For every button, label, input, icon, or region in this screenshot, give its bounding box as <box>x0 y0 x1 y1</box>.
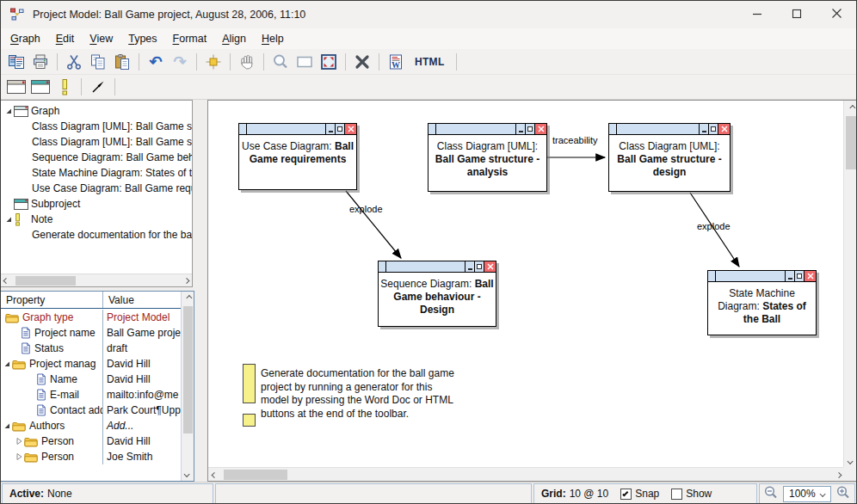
property-row[interactable]: Graph typeProject Model <box>1 310 181 325</box>
redo-button[interactable]: ↷ <box>168 51 192 73</box>
node-close-icon[interactable] <box>534 124 546 134</box>
property-row[interactable]: Project managDavid Hill <box>1 356 181 372</box>
scroll-down-icon[interactable] <box>844 454 857 468</box>
tree-item[interactable]: Graph <box>1 103 192 119</box>
node-minimize-icon[interactable] <box>325 124 335 134</box>
expander-icon[interactable] <box>2 360 12 368</box>
node-minimize-icon[interactable] <box>699 124 708 134</box>
property-row[interactable]: PersonDavid Hill <box>1 433 181 449</box>
scroll-right-icon[interactable] <box>830 468 844 482</box>
cut-button[interactable] <box>62 51 86 73</box>
menu-align[interactable]: Align <box>214 30 254 47</box>
scroll-left-icon[interactable] <box>208 468 222 482</box>
property-row[interactable]: PersonJoe Smith <box>1 449 181 464</box>
edge-line[interactable] <box>346 191 401 258</box>
grid-snap-button[interactable] <box>201 51 225 73</box>
property-row[interactable]: NameDavid Hill <box>1 372 181 387</box>
subproject-object-button[interactable] <box>28 76 52 98</box>
node-close-icon[interactable] <box>718 124 730 134</box>
zoom-dropdown-button[interactable] <box>817 487 830 501</box>
delete-button[interactable] <box>350 51 374 73</box>
canvas-vertical-scrollbar[interactable] <box>843 101 857 468</box>
diagram-node-class-analysis[interactable]: Class Diagram [UML]: Ball Game structure… <box>428 123 547 192</box>
node-close-icon[interactable] <box>344 124 356 134</box>
diagram-node-use-case[interactable]: Use Case Diagram: Ball Game requirements <box>238 123 357 190</box>
relationship-arrow-button[interactable] <box>86 76 110 98</box>
zoom-button[interactable] <box>268 51 293 73</box>
expander-icon[interactable] <box>2 421 12 430</box>
property-row[interactable]: Project nameBall Game proje <box>1 325 181 341</box>
titlebar[interactable]: Project Model: Ball Game project, August… <box>1 1 856 28</box>
diagram-node-class-design[interactable]: Class Diagram [UML]: Ball Game structure… <box>608 123 731 192</box>
zoom-in-button[interactable] <box>835 485 851 503</box>
expander-icon[interactable] <box>3 215 14 224</box>
paste-button[interactable] <box>110 51 134 73</box>
report-button[interactable] <box>4 51 28 73</box>
node-minimize-icon[interactable] <box>515 124 525 134</box>
value-column-header[interactable]: Value <box>102 292 181 308</box>
show-checkbox[interactable] <box>671 489 682 500</box>
diagram-node-sequence[interactable]: Sequence Diagram: Ball Game behaviour - … <box>378 261 496 327</box>
scrollbar-thumb[interactable] <box>15 276 76 286</box>
node-maximize-icon[interactable] <box>335 124 344 134</box>
property-row[interactable]: Contact addPark Court¶Upp <box>1 403 181 418</box>
menu-edit[interactable]: Edit <box>48 30 83 47</box>
word-doc-button[interactable]: W <box>384 51 408 73</box>
node-maximize-icon[interactable] <box>708 124 718 134</box>
scroll-up-icon[interactable] <box>182 292 194 304</box>
scroll-up-icon[interactable] <box>844 101 857 114</box>
menu-format[interactable]: Format <box>165 30 215 47</box>
menu-types[interactable]: Types <box>120 30 164 47</box>
html-generator-button[interactable]: HTML <box>408 51 452 73</box>
diagram-canvas[interactable]: Use Case Diagram: Ball Game requirements… <box>207 100 857 482</box>
scrollbar-thumb[interactable] <box>183 306 193 433</box>
property-row[interactable]: AuthorsAdd... <box>1 418 181 433</box>
expander-icon[interactable] <box>14 437 24 446</box>
scroll-down-icon[interactable] <box>182 468 194 481</box>
node-close-icon[interactable] <box>804 271 816 281</box>
tree-item[interactable]: Generate documentation for the ba <box>1 227 192 243</box>
snap-checkbox[interactable] <box>620 489 632 500</box>
zoom-out-button[interactable] <box>763 485 779 503</box>
menu-view[interactable]: View <box>82 30 120 47</box>
expander-icon[interactable] <box>14 452 24 461</box>
canvas-horizontal-scrollbar[interactable] <box>208 467 844 481</box>
property-column-header[interactable]: Property <box>1 294 102 306</box>
pan-button[interactable] <box>235 51 259 73</box>
zoom-level-select[interactable]: 100% <box>783 486 831 502</box>
note-exclamation-dot[interactable] <box>243 414 256 427</box>
tree-item[interactable]: Class Diagram [UML]: Ball Game str <box>1 119 192 134</box>
scroll-left-icon[interactable] <box>1 274 14 287</box>
tree-item[interactable]: Subproject <box>1 196 192 212</box>
scrollbar-thumb[interactable] <box>224 470 287 480</box>
window-minimize-button[interactable] <box>737 1 777 28</box>
scrollbar-thumb[interactable] <box>846 116 856 169</box>
copy-button[interactable] <box>86 51 110 73</box>
node-minimize-icon[interactable] <box>465 261 474 272</box>
scroll-right-icon[interactable] <box>179 274 192 287</box>
node-maximize-icon[interactable] <box>525 124 534 134</box>
diagram-node-state-machine[interactable]: State Machine Diagram: States of the Bal… <box>707 270 817 335</box>
property-vertical-scrollbar[interactable] <box>181 292 194 481</box>
fit-view-button[interactable] <box>317 51 341 73</box>
tree-item[interactable]: Note <box>1 212 192 227</box>
expander-icon[interactable] <box>3 107 14 115</box>
menu-help[interactable]: Help <box>254 30 292 47</box>
node-minimize-icon[interactable] <box>785 271 794 281</box>
node-close-icon[interactable] <box>484 261 496 272</box>
node-maximize-icon[interactable] <box>474 261 484 272</box>
menu-graph[interactable]: Graph <box>3 30 48 47</box>
node-maximize-icon[interactable] <box>794 271 804 281</box>
print-button[interactable] <box>28 51 52 73</box>
window-maximize-button[interactable] <box>777 1 817 28</box>
select-rect-button[interactable] <box>293 51 317 73</box>
tree-item[interactable]: Class Diagram [UML]: Ball Game str <box>1 134 192 150</box>
tree-item[interactable]: Sequence Diagram: Ball Game beha <box>1 150 192 165</box>
window-close-button[interactable] <box>817 1 856 28</box>
property-row[interactable]: Statusdraft <box>1 341 181 356</box>
tree-horizontal-scrollbar[interactable] <box>1 274 192 286</box>
tree-item[interactable]: Use Case Diagram: Ball Game requi <box>1 181 192 196</box>
property-row[interactable]: E-mailmailto:info@me <box>1 387 181 403</box>
graph-object-button[interactable] <box>4 76 28 98</box>
undo-button[interactable]: ↶ <box>144 51 168 73</box>
